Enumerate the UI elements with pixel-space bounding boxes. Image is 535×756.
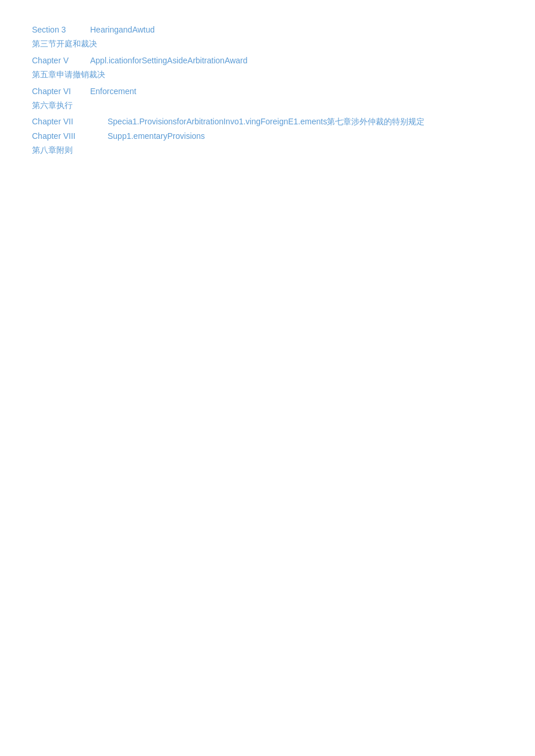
chapterVIII-block: Chapter VIII Supp1.ementaryProvisions 第八…	[32, 130, 503, 157]
section3-zh-line: 第三节开庭和裁决	[32, 37, 503, 50]
chapterVIII-content: Supp1.ementaryProvisions	[108, 130, 205, 142]
chapterVI-block: Chapter VI Enforcement 第六章执行	[32, 85, 503, 112]
chapterVIII-zh-line: 第八章附则	[32, 144, 503, 156]
section3-content: HearingandAwtud	[90, 23, 155, 36]
chapterVI-label: Chapter VI	[32, 85, 90, 98]
chapterVII-content: Specia1.ProvisionsforArbitrationInvo1.vi…	[108, 115, 425, 128]
chapterVIII-en-line: Chapter VIII Supp1.ementaryProvisions	[32, 130, 503, 142]
section3-en-line: Section 3 HearingandAwtud	[32, 23, 503, 36]
chapterVI-zh-text: 第六章执行	[32, 101, 73, 110]
chapterVII-en-line: Chapter VII Specia1.ProvisionsforArbitra…	[32, 115, 503, 128]
chapterV-block: Chapter V Appl.icationforSettingAsideArb…	[32, 54, 503, 81]
document-content: Section 3 HearingandAwtud 第三节开庭和裁决 Chapt…	[32, 23, 503, 157]
chapterV-content: Appl.icationforSettingAsideArbitrationAw…	[90, 54, 248, 67]
chapterV-label: Chapter V	[32, 54, 90, 67]
chapterVIII-zh-text: 第八章附则	[32, 145, 73, 155]
section3-block: Section 3 HearingandAwtud 第三节开庭和裁决	[32, 23, 503, 51]
chapterV-zh-line: 第五章申请撤销裁决	[32, 68, 503, 81]
chapterV-zh-text: 第五章申请撤销裁决	[32, 70, 105, 79]
chapterVI-en-line: Chapter VI Enforcement	[32, 85, 503, 98]
section3-zh-text: 第三节开庭和裁决	[32, 39, 97, 48]
chapterVIII-label: Chapter VIII	[32, 130, 108, 142]
chapterVI-content: Enforcement	[90, 85, 136, 98]
chapterVII-label: Chapter VII	[32, 115, 108, 128]
section3-label: Section 3	[32, 23, 90, 36]
chapterVI-zh-line: 第六章执行	[32, 99, 503, 112]
chapterV-en-line: Chapter V Appl.icationforSettingAsideArb…	[32, 54, 503, 67]
chapterVII-block: Chapter VII Specia1.ProvisionsforArbitra…	[32, 115, 503, 128]
